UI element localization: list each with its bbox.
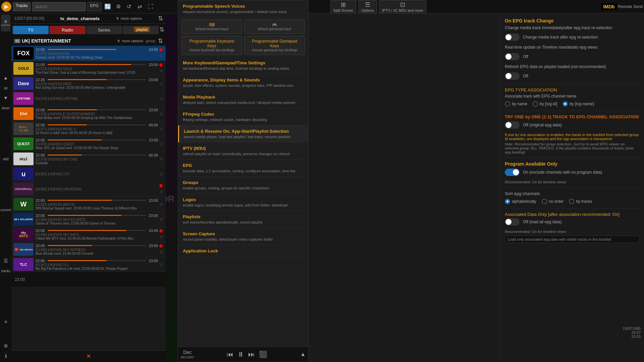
radio-by-tvg-name[interactable]: by [tvg-name] bbox=[562, 101, 594, 107]
favorite-icon[interactable]: ☆ bbox=[159, 68, 164, 73]
radio-by-tvg-name-label: by [tvg-name] bbox=[570, 102, 594, 106]
favorite-icon[interactable]: ☆ bbox=[159, 126, 164, 131]
toggle-program[interactable] bbox=[505, 169, 520, 176]
favorite-icon[interactable]: ☆ bbox=[159, 217, 164, 222]
remote-send-button[interactable]: Remote Send bbox=[618, 4, 643, 9]
split-screen-button[interactable]: ⊞ Split Screen bbox=[330, 0, 356, 13]
channel-item-quest[interactable]: QUEST 22:00 23:00 [01378] |UK|FHD| QUEST… bbox=[11, 136, 166, 152]
sync-icon[interactable]: ↺ bbox=[124, 2, 134, 11]
favorite-icon[interactable]: ☆ bbox=[159, 234, 164, 239]
refresh-icon[interactable]: 🔄 bbox=[103, 2, 112, 11]
tracks-button[interactable]: Tracks bbox=[13, 2, 31, 11]
favorite-icon[interactable]: ☆ bbox=[159, 189, 164, 194]
tab-radio[interactable]: Radio bbox=[49, 26, 85, 34]
shuffle-icon[interactable]: ⇄ bbox=[135, 2, 145, 11]
settings-item-groups[interactable]: Groups enable groups, sorting, groups by… bbox=[178, 177, 308, 194]
settings-item-epg[interactable]: EPG exclude data, 1:1 accosiation, sorti… bbox=[178, 160, 308, 177]
settings-item-media-playback[interactable]: Media Playback delayed start, detect une… bbox=[178, 91, 308, 108]
settings-item-appearance[interactable]: Appearance, Display Items & Sounds acryl… bbox=[178, 74, 308, 91]
settings-item-speech-voices[interactable]: Programmable Speech Voices request micro… bbox=[178, 0, 308, 17]
settings-item-playlists[interactable]: Playlists sort tracks/favorites alphabet… bbox=[178, 211, 308, 228]
settings-item-keyboard-time[interactable]: More Keyboard/Gamepad/Time Settings set … bbox=[178, 57, 308, 74]
sort-arrows-group[interactable]: ⇅ bbox=[158, 37, 163, 45]
channel-item-universal[interactable]: UNIVERSAL [01382] |UK|FHD| UNIVERSAL ☆ bbox=[11, 182, 166, 197]
settings-item-app-lock[interactable]: Application Lock bbox=[178, 245, 308, 258]
favorite-icon[interactable]: ☆ bbox=[159, 111, 164, 116]
sidebar-item-down[interactable]: ▼ bbox=[1, 93, 10, 103]
favorite-icon[interactable]: ☆ bbox=[159, 96, 164, 101]
options-button[interactable]: ☰ Options bbox=[358, 0, 377, 13]
sidebar-item-settings[interactable]: ⚙ bbox=[1, 341, 10, 351]
channel-item-sky-arts[interactable]: sky ARTS 22:00 23:45 [01385] |UK|FHD| SK… bbox=[11, 227, 166, 242]
favorite-icon[interactable]: ☆ bbox=[159, 81, 164, 86]
sidebar-item-list[interactable]: ≡ bbox=[1, 317, 10, 326]
screen-layout-btn[interactable]: ⬛ bbox=[259, 350, 267, 358]
toggle-3[interactable] bbox=[505, 72, 520, 80]
sidebar-item-up[interactable]: ▲ bbox=[1, 73, 10, 82]
toggle-try-one[interactable] bbox=[505, 121, 520, 129]
tab-series[interactable]: Series bbox=[86, 26, 122, 34]
epg-button[interactable]: EPG bbox=[87, 2, 102, 11]
channel-item-fox[interactable]: FOX 22:00 23:00 [01372] |UK|FHD| FOX Dam… bbox=[11, 46, 166, 61]
toggle-1-label: Change media track after epg re-selectio… bbox=[523, 35, 598, 40]
programmable-keyboard-btn[interactable]: Programmable Keyboard Keys choose keyboa… bbox=[181, 36, 242, 55]
channel-item-watch[interactable]: W 22:00 23:00 [01383] |UK|FHD| WATCH 999… bbox=[11, 197, 166, 212]
settings-item-logos[interactable]: Logos enable logos, local/epg,remote log… bbox=[178, 194, 308, 211]
favorite-icon[interactable]: ☆ bbox=[159, 156, 164, 162]
toggle-1[interactable] bbox=[505, 34, 520, 41]
channel-item-sky1[interactable]: sky1 22:00 00:30 [01379] |UK|FHD| SKY ON… bbox=[11, 152, 166, 167]
sidebar-item-playlists[interactable]: ☰ playlists bbox=[1, 15, 10, 32]
play-pause-btn[interactable]: ⏸ bbox=[237, 351, 244, 358]
settings-item-launch-resume[interactable]: Launch & Resume On: App-Start/Playlist-S… bbox=[178, 125, 308, 142]
favorite-icon[interactable]: ☆ bbox=[159, 249, 164, 254]
media-player-bottom: Dec decoder ⏮ ⏸ ⏭ ⬛ ▲ bbox=[178, 347, 308, 362]
up-chevron-btn[interactable]: ▲ bbox=[300, 351, 306, 357]
favorite-icon[interactable]: ☆ bbox=[159, 201, 164, 207]
settings-icon[interactable]: ⚙ bbox=[114, 2, 123, 11]
app-logo[interactable]: ▶ bbox=[1, 2, 11, 12]
channel-item-utv[interactable]: u [01381] |UK|FHD| UTV ☆ bbox=[11, 167, 166, 182]
radio-by-name[interactable]: by name bbox=[505, 101, 527, 107]
toggle-assoc[interactable] bbox=[505, 218, 520, 226]
default-keyboard-btn[interactable]: ⌨ default keyboard input bbox=[181, 19, 242, 34]
settings-item-iptv[interactable]: IPTV (M3U) refresh playlist on load / pe… bbox=[178, 142, 308, 160]
sidebar-item-tracks[interactable]: ☰ bbox=[1, 256, 10, 265]
programmable-gamepad-btn[interactable]: Programmable Gamepad Keys choose gamepad… bbox=[244, 36, 305, 55]
favorite-icon[interactable]: ☆ bbox=[159, 141, 164, 146]
favorite-icon[interactable]: ☆ bbox=[159, 171, 164, 177]
sort-alphabetically[interactable]: alphabetically bbox=[505, 199, 536, 204]
favorite-icon[interactable]: ☆ bbox=[159, 53, 164, 58]
channel-item-lifetime[interactable]: LIFETIME [01375] |UK|FHD| LIFETIME ☆ bbox=[11, 91, 166, 106]
fullscreen-icon[interactable]: ⛶ bbox=[146, 2, 155, 11]
tab-tv[interactable]: TV bbox=[13, 26, 49, 34]
group-more-options[interactable]: 🖱 more options bbox=[117, 39, 143, 43]
settings-item-screen-capture[interactable]: Screen Capture record panel visibility, … bbox=[178, 228, 308, 245]
sort-by-tracks[interactable]: by tracks bbox=[569, 199, 592, 204]
divider-3 bbox=[505, 158, 639, 158]
default-gamepad-btn[interactable]: 🎮 default gamepad input bbox=[244, 19, 305, 34]
favorite-icon[interactable]: ☆ bbox=[159, 262, 164, 267]
channel-item-dave[interactable]: Dave 22:20 23:00 [01374] |UK|FHD| DAVE N… bbox=[11, 76, 166, 91]
iptv-m3u-button[interactable]: ⊡ IPTV / xC M3U and more bbox=[379, 0, 426, 13]
channel-item-more4[interactable]: MoreTL HD 22:00 00:05 [01377] |UK|FHD| M… bbox=[11, 121, 166, 136]
toggle-2[interactable] bbox=[505, 53, 520, 60]
sort-arrows-channel[interactable]: ⇅ bbox=[158, 15, 163, 22]
close-icon[interactable]: ✕ bbox=[86, 353, 91, 360]
search-input[interactable] bbox=[32, 2, 86, 11]
channel-item-gold[interactable]: GOLD 21:00 23:00 [01373] |UK|FHD| GOLD T… bbox=[11, 61, 166, 76]
settings-item-ffmpeg[interactable]: FFmpeg Codec ffmpeg settings, network ca… bbox=[178, 108, 308, 125]
sidebar-item-info[interactable]: ℹ bbox=[1, 351, 10, 361]
prev-track-btn[interactable]: ⏮ bbox=[227, 351, 233, 358]
channel-item-tlc[interactable]: TLC 22:00 23:00 [01387] |UK|FHD| TLC My … bbox=[11, 257, 166, 272]
channel-more-options[interactable]: 🖱 more options bbox=[116, 16, 142, 20]
sort-arrows-tabs[interactable]: ⇅ bbox=[159, 26, 164, 34]
sort-no-order[interactable]: no order bbox=[542, 199, 564, 204]
channel-item-e-entertainment[interactable]: Ehd 22:00 23:00 [01376] |UK|FHD| E! ENTE… bbox=[11, 106, 166, 121]
next-track-btn[interactable]: ⏭ bbox=[248, 351, 255, 358]
radio-by-tvg-id[interactable]: by [tvg-id] bbox=[533, 101, 557, 107]
channel-item-extra[interactable]: 22:00 bbox=[11, 272, 166, 287]
close-panel-btn[interactable]: ✕ bbox=[11, 350, 166, 362]
channel-item-sky-atlantic[interactable]: SKY ATLANTIC 22:00 23:00 [01384] |UK|FHD… bbox=[11, 212, 166, 227]
channel-item-sky-witness[interactable]: 🔴 sky witness 22:00 23:00 [01386] |UK|FH… bbox=[11, 242, 166, 257]
imdb-badge[interactable]: IMDb bbox=[601, 3, 616, 10]
